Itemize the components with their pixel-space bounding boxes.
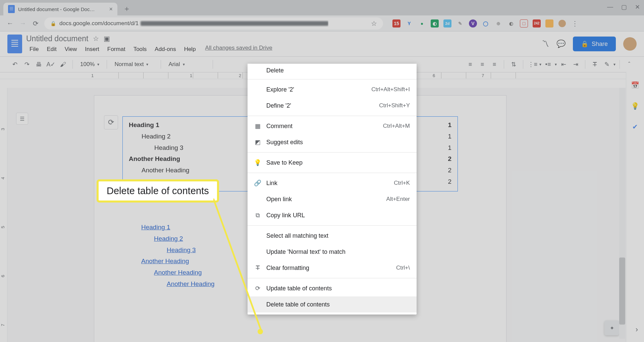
activity-icon[interactable]: 〽 — [542, 40, 549, 48]
zoom-select[interactable]: 100%▾ — [77, 59, 103, 70]
align-left-button[interactable]: ≡ — [465, 59, 476, 70]
extension-icon[interactable]: □ — [520, 19, 528, 27]
ctx-open-link[interactable]: Open linkAlt+Enter — [248, 191, 417, 207]
extension-icon[interactable]: ⊕ — [494, 19, 502, 27]
extension-icon[interactable]: Y — [405, 19, 413, 27]
font-select[interactable]: Arial▾ — [165, 59, 209, 70]
refresh-icon: ⟳ — [254, 285, 262, 292]
back-button[interactable]: ← — [6, 19, 14, 27]
forward-button[interactable]: → — [19, 19, 27, 27]
extension-icon[interactable]: 242 — [533, 19, 541, 27]
ctx-keep[interactable]: 💡Save to Keep — [248, 155, 417, 171]
browser-tab[interactable]: Untitled document - Google Doc… × — [3, 3, 117, 15]
scrollbar-thumb[interactable] — [619, 258, 625, 325]
editing-mode-button[interactable]: ✎ — [601, 59, 612, 70]
heading-link[interactable]: Another Heading — [154, 267, 215, 278]
heading-link[interactable]: Heading 1 — [141, 222, 215, 233]
ctx-link[interactable]: 🔗LinkCtrl+K — [248, 175, 417, 191]
bookmark-star-icon[interactable]: ☆ — [371, 19, 377, 27]
star-document-icon[interactable]: ☆ — [93, 35, 99, 43]
new-tab-button[interactable]: ＋ — [121, 3, 132, 14]
extension-icon[interactable]: ◐ — [507, 19, 515, 27]
extension-icon[interactable]: ◐ — [431, 19, 439, 27]
document-title[interactable]: Untitled document — [26, 34, 88, 43]
heading-link[interactable]: Heading 2 — [154, 233, 215, 244]
extension-icon[interactable]: ◯ — [482, 19, 490, 27]
browser-menu-icon[interactable]: ⋮ — [571, 19, 579, 27]
move-document-icon[interactable]: ▣ — [104, 35, 110, 43]
align-center-button[interactable]: ≡ — [477, 59, 488, 70]
extension-avatar-icon[interactable] — [558, 19, 566, 27]
explore-button[interactable]: ✦ — [604, 321, 619, 335]
menu-edit[interactable]: Edit — [43, 45, 60, 54]
next-page-icon[interactable]: › — [636, 325, 638, 334]
heading-link[interactable]: Another Heading — [167, 278, 215, 290]
close-tab-icon[interactable]: × — [109, 6, 113, 13]
menu-bar: File Edit View Insert Format Tools Add-o… — [26, 45, 272, 54]
style-select[interactable]: Normal text▾ — [111, 59, 157, 70]
browser-tab-strip: Untitled document - Google Doc… × ＋ — ▢ … — [0, 0, 644, 15]
refresh-toc-button[interactable]: ⟳ — [104, 115, 118, 129]
ctx-explore[interactable]: Explore '2'Ctrl+Alt+Shift+I — [248, 81, 417, 98]
ctx-comment[interactable]: ▦CommentCtrl+Alt+M — [248, 118, 417, 134]
save-status[interactable]: All changes saved in Drive — [205, 45, 272, 54]
line-spacing-button[interactable]: ⇅ — [508, 59, 519, 70]
heading-link[interactable]: Heading 3 — [167, 244, 215, 256]
extension-icon[interactable]: V — [469, 19, 477, 27]
url-input[interactable]: 🔒 docs.google.com/document/d/1 ☆ — [44, 17, 383, 30]
numbered-list-button[interactable]: ⋮≡ — [527, 59, 538, 70]
menu-help[interactable]: Help — [181, 45, 199, 54]
ctx-suggest[interactable]: ◩Suggest edits — [248, 134, 417, 150]
print-button[interactable]: 🖶 — [34, 59, 44, 70]
menu-file[interactable]: File — [26, 45, 42, 54]
heading-link[interactable]: Another Heading — [141, 255, 215, 267]
ctx-clear-format[interactable]: T̶Clear formattingCtrl+\ — [248, 260, 417, 276]
undo-button[interactable]: ↶ — [9, 59, 20, 70]
align-right-button[interactable]: ≡ — [489, 59, 500, 70]
ctx-copy-link[interactable]: ⧉Copy link URL — [248, 207, 417, 223]
increase-indent-button[interactable]: ⇥ — [570, 59, 581, 70]
ctx-define[interactable]: Define '2'Ctrl+Shift+Y — [248, 98, 417, 114]
docs-logo-icon[interactable] — [7, 35, 22, 53]
account-avatar[interactable] — [623, 37, 637, 51]
maximize-button[interactable]: ▢ — [621, 3, 627, 11]
docs-favicon — [8, 5, 15, 13]
lock-icon: 🔒 — [50, 21, 56, 26]
context-menu: Delete Explore '2'Ctrl+Alt+Shift+I Defin… — [248, 64, 417, 315]
side-panel: 📅 💡 ✔ — [626, 72, 644, 342]
ctx-select-matching[interactable]: Select all matching text — [248, 228, 417, 244]
close-window-button[interactable]: ✕ — [635, 3, 640, 11]
redo-button[interactable]: ↷ — [21, 59, 32, 70]
extension-icon[interactable]: ✎ — [456, 19, 464, 27]
extension-icon[interactable]: 15 — [392, 19, 400, 27]
paint-format-button[interactable]: 🖌 — [58, 59, 68, 70]
minimize-button[interactable]: — — [607, 3, 613, 11]
ctx-update-toc[interactable]: ⟳Update table of contents — [248, 280, 417, 296]
ctx-delete-toc[interactable]: Delete table of contents — [248, 296, 417, 312]
ctx-delete[interactable]: Delete — [248, 64, 417, 77]
extension-icon[interactable]: ● — [418, 19, 426, 27]
extension-icon[interactable] — [545, 19, 553, 27]
extension-icon[interactable]: 2d — [443, 19, 451, 27]
comments-icon[interactable]: 💬 — [556, 40, 566, 48]
ctx-update-match[interactable]: Update 'Normal text' to match — [248, 244, 417, 260]
annotation-callout: Delete table of contents — [97, 179, 219, 203]
link-list: Heading 1Heading 2Heading 3Another Headi… — [141, 222, 215, 290]
menu-insert[interactable]: Insert — [82, 45, 103, 54]
reload-button[interactable]: ⟳ — [32, 19, 40, 27]
clear-format-button[interactable]: T̶ — [589, 59, 600, 70]
bulleted-list-button[interactable]: •≡ — [543, 59, 553, 70]
decrease-indent-button[interactable]: ⇤ — [558, 59, 569, 70]
menu-format[interactable]: Format — [104, 45, 129, 54]
share-button[interactable]: 🔒 Share — [573, 37, 616, 51]
collapse-toolbar-button[interactable]: ˆ — [624, 59, 635, 70]
menu-addons[interactable]: Add-ons — [151, 45, 179, 54]
keep-icon[interactable]: 💡 — [631, 101, 640, 111]
tasks-icon[interactable]: ✔ — [631, 122, 640, 131]
spellcheck-button[interactable]: A✓ — [46, 59, 56, 70]
vertical-ruler[interactable]: 3 4 5 6 7 — [0, 88, 7, 342]
outline-toggle-button[interactable]: ☰ — [16, 113, 28, 125]
calendar-icon[interactable]: 📅 — [631, 80, 640, 90]
menu-view[interactable]: View — [61, 45, 80, 54]
menu-tools[interactable]: Tools — [130, 45, 150, 54]
